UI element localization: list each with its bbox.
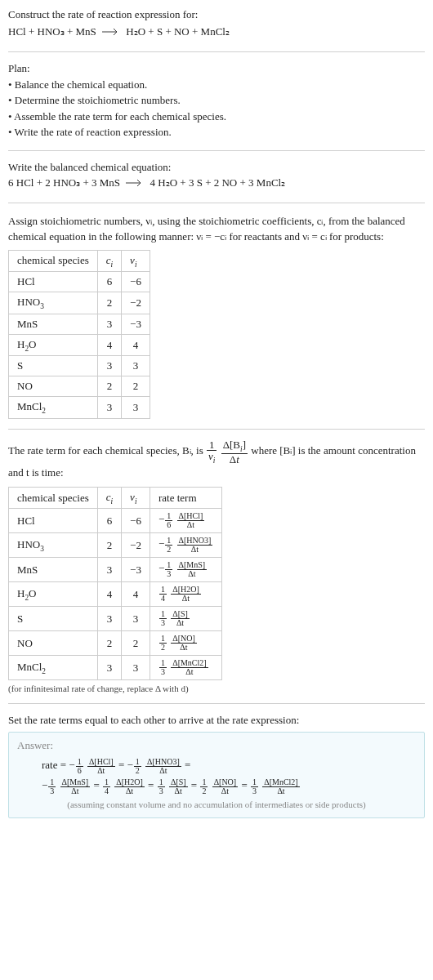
- table-row: MnCl233: [9, 397, 150, 419]
- document-body: Construct the rate of reaction expressio…: [0, 0, 433, 830]
- col-rate-term: rate term: [150, 487, 221, 509]
- prompt-block: Construct the rate of reaction expressio…: [8, 7, 425, 42]
- species-cell: MnCl2: [9, 397, 98, 419]
- species-cell: HNO3: [9, 533, 98, 558]
- rate-term-cell: −13 Δ[MnS]Δt: [150, 558, 221, 582]
- ci-cell: 2: [97, 631, 121, 656]
- table-row: MnS3−3−13 Δ[MnS]Δt: [9, 558, 222, 582]
- nui-cell: −3: [122, 558, 150, 582]
- ci-cell: 6: [97, 509, 121, 533]
- balanced-equation: 6 HCl + 2 HNO₃ + 3 MnS 4 H₂O + 3 S + 2 N…: [8, 174, 425, 193]
- rate-term-cell: 13 Δ[MnCl2]Δt: [150, 656, 221, 680]
- nui-cell: −2: [122, 292, 150, 314]
- table-row: HNO32−2−12 Δ[HNO3]Δt: [9, 533, 222, 558]
- plan-item: • Write the rate of reaction expression.: [8, 124, 425, 140]
- rate-term-general-formula: 1νi Δ[Bi]Δt: [206, 445, 251, 457]
- rate-term-cell: 14 Δ[H2O]Δt: [150, 582, 221, 607]
- prompt-eq-lhs: HCl + HNO₃ + MnS: [8, 25, 96, 38]
- balanced-block: Write the balanced chemical equation: 6 …: [8, 161, 425, 193]
- separator: [8, 51, 425, 52]
- species-cell: H2O: [9, 582, 98, 607]
- plan-item: • Determine the stoichiometric numbers.: [8, 92, 425, 109]
- ci-cell: 3: [97, 607, 121, 631]
- ci-cell: 4: [97, 334, 121, 356]
- infinitesimal-note: (for infinitesimal rate of change, repla…: [8, 684, 425, 693]
- col-nui: νi: [122, 487, 150, 509]
- nui-cell: −2: [122, 533, 150, 558]
- prompt-eq-rhs: H₂O + S + NO + MnCl₂: [126, 25, 230, 38]
- table-row: S3313 Δ[S]Δt: [9, 607, 222, 631]
- nui-cell: 2: [122, 376, 150, 397]
- table-row: HCl6−6−16 Δ[HCl]Δt: [9, 509, 222, 533]
- species-cell: MnS: [9, 314, 98, 334]
- rate-term-text: The rate term for each chemical species,…: [8, 439, 425, 482]
- species-cell: MnS: [9, 558, 98, 582]
- table-row: MnS3−3: [9, 314, 150, 334]
- col-species: chemical species: [9, 250, 98, 272]
- ci-cell: 3: [97, 656, 121, 680]
- species-cell: HCl: [9, 509, 98, 533]
- stoich-text: Assign stoichiometric numbers, νᵢ, using…: [8, 213, 425, 245]
- ci-cell: 2: [97, 376, 121, 397]
- ci-cell: 3: [97, 558, 121, 582]
- separator: [8, 203, 425, 203]
- nui-cell: −3: [122, 314, 150, 334]
- ci-cell: 2: [97, 292, 121, 314]
- table-row: S33: [9, 356, 150, 376]
- ci-cell: 2: [97, 533, 121, 558]
- balanced-rhs: 4 H₂O + 3 S + 2 NO + 3 MnCl₂: [150, 176, 286, 189]
- species-cell: NO: [9, 376, 98, 397]
- species-cell: S: [9, 356, 98, 376]
- rate-term-text-1: The rate term for each chemical species,…: [8, 445, 206, 457]
- answer-box: Answer: rate = −16 Δ[HCl]Δt = −12 Δ[HNO3…: [8, 732, 425, 817]
- plan-block: Plan: • Balance the chemical equation. •…: [8, 62, 425, 140]
- table-row: NO22: [9, 376, 150, 397]
- species-cell: HCl: [9, 272, 98, 292]
- ci-cell: 3: [97, 397, 121, 419]
- rate-term-cell: −16 Δ[HCl]Δt: [150, 509, 221, 533]
- balanced-lhs: 6 HCl + 2 HNO₃ + 3 MnS: [8, 176, 120, 189]
- col-nui: νi: [122, 250, 150, 272]
- answer-label: Answer:: [17, 739, 416, 752]
- separator: [8, 150, 425, 151]
- prompt-equation: HCl + HNO₃ + MnS H₂O + S + NO + MnCl₂: [8, 25, 230, 38]
- rate-term-cell: −12 Δ[HNO3]Δt: [150, 533, 221, 558]
- ci-cell: 6: [97, 272, 121, 292]
- separator: [8, 429, 425, 430]
- ci-cell: 3: [97, 314, 121, 334]
- species-cell: S: [9, 607, 98, 631]
- table-row: NO2212 Δ[NO]Δt: [9, 631, 222, 656]
- nui-cell: 2: [122, 631, 150, 656]
- reaction-arrow-icon: [126, 175, 144, 193]
- plan-item: • Assemble the rate term for each chemic…: [8, 109, 425, 125]
- table-row: HNO32−2: [9, 292, 150, 314]
- nui-cell: 3: [122, 656, 150, 680]
- ci-cell: 3: [97, 356, 121, 376]
- final-heading: Set the rate terms equal to each other t…: [8, 714, 425, 727]
- prompt-line1: Construct the rate of reaction expressio…: [8, 8, 198, 20]
- separator: [8, 703, 425, 704]
- species-cell: MnCl2: [9, 656, 98, 680]
- table-row: HCl6−6: [9, 272, 150, 292]
- col-species: chemical species: [9, 487, 98, 509]
- species-cell: H2O: [9, 334, 98, 356]
- plan-heading: Plan:: [8, 62, 425, 75]
- nui-cell: 3: [122, 356, 150, 376]
- stoichiometry-table: chemical speciesciνiHCl6−6HNO32−2MnS3−3H…: [8, 250, 150, 419]
- col-ci: ci: [97, 487, 121, 509]
- nui-cell: −6: [122, 272, 150, 292]
- nui-cell: 3: [122, 397, 150, 419]
- table-row: H2O4414 Δ[H2O]Δt: [9, 582, 222, 607]
- species-cell: HNO3: [9, 292, 98, 314]
- rate-term-cell: 13 Δ[S]Δt: [150, 607, 221, 631]
- rate-expression: rate = −16 Δ[HCl]Δt = −12 Δ[HNO3]Δt = −1…: [17, 755, 416, 795]
- ci-cell: 4: [97, 582, 121, 607]
- reaction-arrow-icon: [102, 24, 120, 42]
- table-row: MnCl23313 Δ[MnCl2]Δt: [9, 656, 222, 680]
- nui-cell: −6: [122, 509, 150, 533]
- rate-term-table: chemical speciesciνirate termHCl6−6−16 Δ…: [8, 487, 222, 681]
- assumption-note: (assuming constant volume and no accumul…: [17, 800, 416, 809]
- rate-term-cell: 12 Δ[NO]Δt: [150, 631, 221, 656]
- nui-cell: 4: [122, 334, 150, 356]
- nui-cell: 3: [122, 607, 150, 631]
